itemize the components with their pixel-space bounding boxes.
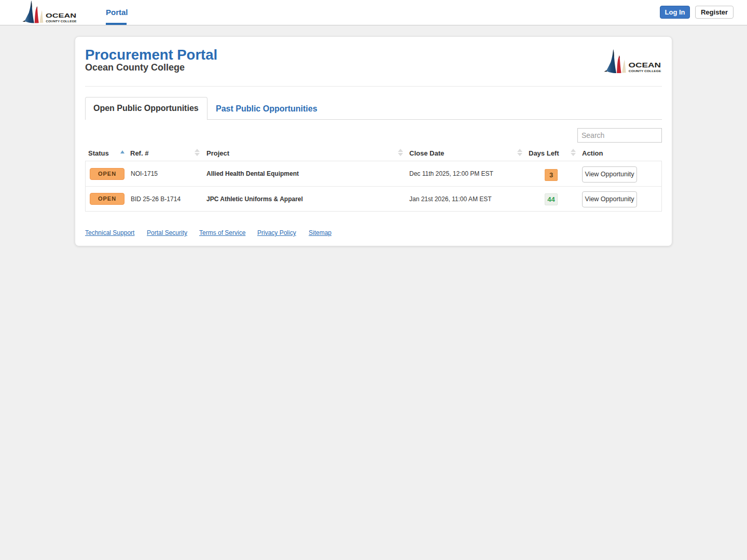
svg-text:OCEAN: OCEAN — [629, 62, 661, 69]
svg-text:COUNTY COLLEGE: COUNTY COLLEGE — [629, 69, 661, 73]
svg-text:OCEAN: OCEAN — [46, 12, 76, 19]
svg-text:COUNTY COLLEGE: COUNTY COLLEGE — [46, 20, 77, 23]
